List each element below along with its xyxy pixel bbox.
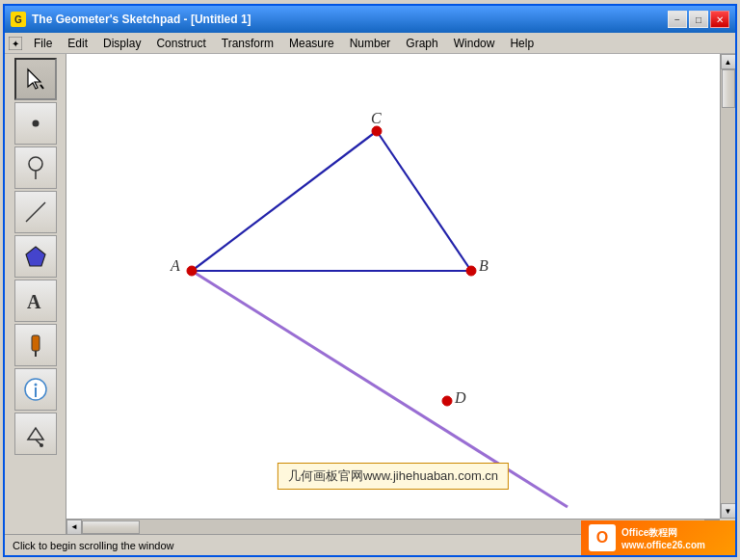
- menu-measure[interactable]: Measure: [281, 35, 342, 52]
- svg-marker-2: [28, 69, 40, 89]
- watermark-text: 几何画板官网www.jihehuaban.com.cn: [288, 468, 498, 483]
- custom-tool[interactable]: [14, 413, 57, 455]
- minimize-button[interactable]: −: [668, 11, 687, 28]
- sketchpad-canvas[interactable]: A B C D 几何画板官网www.jihehuaban.com.cn: [66, 54, 720, 519]
- info-tool[interactable]: [14, 368, 57, 411]
- svg-point-4: [32, 120, 39, 127]
- close-button[interactable]: ✕: [710, 11, 729, 28]
- office-logo-text: Office教程网 www.office26.com: [621, 526, 705, 550]
- svg-marker-15: [28, 428, 43, 440]
- title-bar-left: G The Geometer's Sketchpad - [Untitled 1…: [11, 12, 251, 27]
- scroll-left-button[interactable]: ◄: [66, 520, 82, 535]
- svg-line-3: [40, 85, 43, 89]
- office-icon: O: [589, 524, 616, 551]
- marker-tool[interactable]: [14, 324, 57, 366]
- svg-marker-8: [26, 247, 45, 266]
- label-C: C: [371, 110, 382, 126]
- svg-point-5: [29, 157, 42, 171]
- select-tool[interactable]: [14, 58, 57, 100]
- label-B: B: [479, 257, 489, 274]
- svg-text:A: A: [27, 291, 41, 312]
- office-logo-line1: Office教程网: [621, 526, 705, 540]
- status-message: Click to begin scrolling the window: [13, 540, 174, 551]
- scrollbar-vertical-track[interactable]: [721, 69, 736, 503]
- title-bar-controls: − □ ✕: [668, 11, 729, 28]
- canvas-wrapper[interactable]: A B C D 几何画板官网www.jihehuaban.com.cn: [66, 54, 720, 519]
- point-D: [442, 396, 452, 406]
- label-A: A: [170, 257, 180, 274]
- canvas-and-scroll: A B C D 几何画板官网www.jihehuaban.com.cn ▲: [66, 54, 735, 519]
- point-C: [372, 126, 382, 136]
- line-CB: [377, 131, 471, 271]
- office-logo: O Office教程网 www.office26.com: [581, 520, 735, 555]
- menu-file[interactable]: File: [26, 35, 60, 52]
- line-AC: [192, 131, 377, 271]
- system-menu[interactable]: ✦: [7, 35, 24, 52]
- menu-number[interactable]: Number: [342, 35, 399, 52]
- watermark-banner: 几何画板官网www.jihehuaban.com.cn: [278, 463, 509, 490]
- menu-graph[interactable]: Graph: [398, 35, 445, 52]
- line-tool[interactable]: [14, 191, 57, 233]
- svg-rect-10: [32, 335, 40, 351]
- maximize-button[interactable]: □: [689, 11, 708, 28]
- svg-point-13: [34, 384, 37, 387]
- menu-construct[interactable]: Construct: [148, 35, 213, 52]
- title-bar: G The Geometer's Sketchpad - [Untitled 1…: [5, 6, 735, 33]
- scrollbar-vertical-thumb[interactable]: [722, 69, 735, 108]
- menu-help[interactable]: Help: [502, 35, 542, 52]
- office-logo-line2: www.office26.com: [621, 540, 705, 550]
- svg-text:✦: ✦: [12, 39, 19, 49]
- main-area: A: [5, 54, 735, 519]
- point-A: [187, 266, 197, 276]
- menu-transform[interactable]: Transform: [214, 35, 281, 52]
- polygon-tool[interactable]: [14, 235, 57, 278]
- scrollbar-vertical: ▲ ▼: [720, 54, 735, 519]
- label-D: D: [454, 389, 466, 406]
- status-bar: Click to begin scrolling the window O Of…: [5, 534, 735, 555]
- menu-window[interactable]: Window: [446, 35, 503, 52]
- point-tool[interactable]: [14, 102, 57, 145]
- text-tool[interactable]: A: [14, 280, 57, 322]
- drawing-canvas: A B C D: [66, 54, 720, 519]
- scroll-up-button[interactable]: ▲: [721, 54, 736, 69]
- scrollbar-corner-left: [5, 519, 66, 534]
- scrollbar-horizontal-thumb[interactable]: [82, 520, 140, 534]
- menu-display[interactable]: Display: [95, 35, 148, 52]
- window-title: The Geometer's Sketchpad - [Untitled 1]: [32, 13, 251, 26]
- toolbar: A: [5, 54, 66, 519]
- compass-tool[interactable]: [14, 147, 57, 189]
- point-B: [466, 266, 476, 276]
- menu-edit[interactable]: Edit: [60, 35, 95, 52]
- scroll-down-button[interactable]: ▼: [721, 503, 736, 519]
- svg-line-7: [26, 202, 45, 222]
- app-icon: G: [11, 12, 26, 27]
- main-window: G The Geometer's Sketchpad - [Untitled 1…: [3, 4, 737, 557]
- menu-bar: ✦ File Edit Display Construct Transform …: [5, 33, 735, 54]
- svg-point-17: [40, 443, 43, 447]
